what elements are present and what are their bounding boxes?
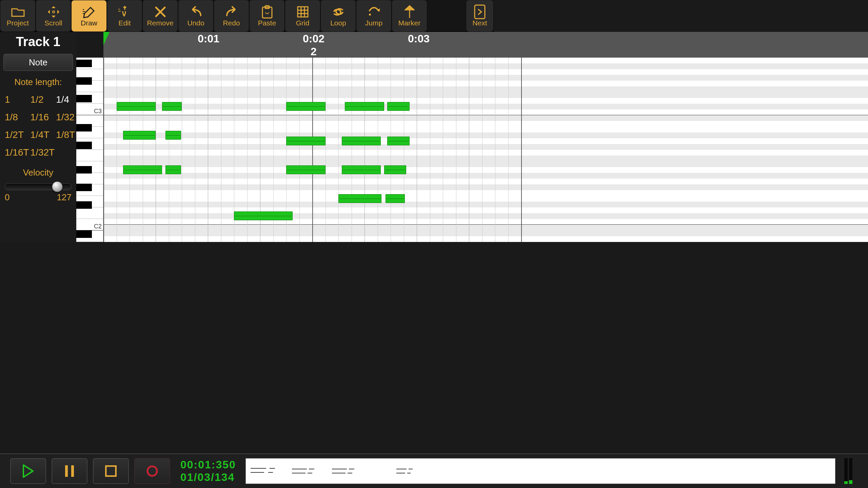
edit-icon xyxy=(117,5,132,19)
midi-note[interactable] xyxy=(234,211,293,220)
undo-button[interactable]: Undo xyxy=(178,0,213,32)
redo-button[interactable]: Redo xyxy=(214,0,249,32)
note-length-1-2[interactable]: 1/2 xyxy=(31,91,55,108)
jump-icon xyxy=(367,5,381,19)
midi-note[interactable] xyxy=(165,131,181,140)
next-button[interactable]: Next xyxy=(466,0,493,32)
marker-button[interactable]: Marker xyxy=(392,0,427,32)
time-ruler[interactable]: 0:010:020:032 xyxy=(103,32,494,58)
folder-icon xyxy=(11,5,25,19)
midi-note[interactable] xyxy=(286,165,326,174)
midi-note[interactable] xyxy=(162,102,182,111)
midi-note[interactable] xyxy=(345,102,384,111)
scroll-icon xyxy=(47,5,60,19)
svg-point-3 xyxy=(369,14,371,16)
midi-note[interactable] xyxy=(123,131,156,140)
project-button[interactable]: Project xyxy=(0,0,35,32)
midi-note[interactable] xyxy=(338,194,381,203)
midi-note[interactable] xyxy=(165,165,181,174)
midi-note[interactable] xyxy=(117,102,156,111)
grid-button[interactable]: Grid xyxy=(285,0,320,32)
piano-roll-grid[interactable] xyxy=(103,58,494,242)
midi-note[interactable] xyxy=(386,194,405,203)
velocity-label: Velocity xyxy=(0,161,76,181)
note-length-1-2T[interactable]: 1/2T xyxy=(5,126,29,144)
paste-icon xyxy=(261,5,273,19)
note-length-1-16[interactable]: 1/16 xyxy=(31,108,55,126)
grid-icon xyxy=(297,5,309,19)
remove-icon xyxy=(155,5,166,19)
scroll-button[interactable]: Scroll xyxy=(36,0,71,32)
note-length-1-8T[interactable]: 1/8T xyxy=(56,126,75,144)
remove-button[interactable]: Remove xyxy=(143,0,178,32)
track-title: Track 1 xyxy=(0,32,76,54)
midi-note[interactable] xyxy=(387,102,409,111)
loop-button[interactable]: Loop xyxy=(321,0,356,32)
marker-icon xyxy=(405,5,415,19)
note-length-label: Note length: xyxy=(0,71,76,91)
draw-button[interactable]: Draw xyxy=(72,0,106,32)
midi-note[interactable] xyxy=(123,165,162,174)
next-icon xyxy=(474,5,486,19)
edit-button[interactable]: Edit xyxy=(107,0,142,32)
note-length-1-4[interactable]: 1/4 xyxy=(56,91,75,108)
note-length-1-32T[interactable]: 1/32T xyxy=(31,144,55,161)
playhead-marker-icon xyxy=(103,32,110,45)
note-length-1-16T[interactable]: 1/16T xyxy=(5,144,29,161)
midi-note[interactable] xyxy=(387,137,409,145)
midi-note[interactable] xyxy=(286,137,326,145)
note-length-1-32[interactable]: 1/32 xyxy=(56,108,75,126)
midi-note[interactable] xyxy=(342,137,381,145)
redo-icon xyxy=(225,5,238,19)
note-length-1-8[interactable]: 1/8 xyxy=(5,108,29,126)
jump-button[interactable]: Jump xyxy=(356,0,391,32)
draw-icon xyxy=(82,5,97,19)
velocity-slider[interactable] xyxy=(5,183,72,190)
velocity-max: 127 xyxy=(57,192,72,203)
svg-rect-4 xyxy=(475,5,485,19)
note-mode-button[interactable]: Note xyxy=(3,54,73,71)
midi-note[interactable] xyxy=(342,165,381,174)
piano-keys[interactable]: C3C2 xyxy=(76,58,103,242)
note-length-grid: 11/21/41/81/161/321/2T1/4T1/8T1/16T1/32T xyxy=(0,91,76,161)
side-panel: Track 1 Note Note length: 11/21/41/81/16… xyxy=(0,32,76,242)
paste-button[interactable]: Paste xyxy=(250,0,284,32)
note-length-1[interactable]: 1 xyxy=(5,91,29,108)
svg-point-0 xyxy=(53,11,55,13)
loop-icon xyxy=(331,5,346,19)
velocity-min: 0 xyxy=(5,192,9,203)
midi-note[interactable] xyxy=(384,165,406,174)
undo-icon xyxy=(189,5,203,19)
toolbar: ProjectScrollDrawEditRemoveUndoRedoPaste… xyxy=(0,0,494,32)
note-length-1-4T[interactable]: 1/4T xyxy=(31,126,55,144)
midi-note[interactable] xyxy=(286,102,326,111)
